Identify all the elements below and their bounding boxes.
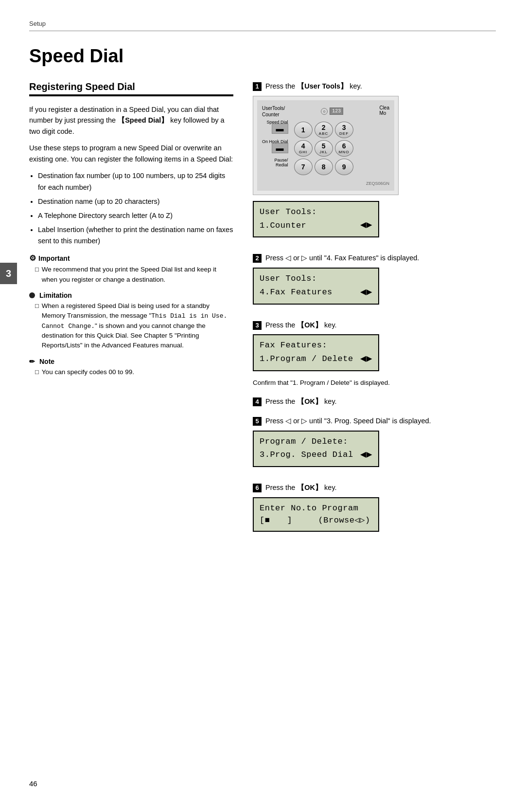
- lcd-step-3: Fax Features: 1.Program / Delete ◀▶: [253, 334, 379, 371]
- important-title: ⚙ Important: [29, 253, 233, 263]
- limitation-body: When a registered Speed Dial is being us…: [29, 301, 233, 351]
- step-6: 6 Press the 【OK】 key. Enter No.to Progra…: [253, 483, 496, 539]
- step-4: 4 Press the 【OK】 key.: [253, 397, 496, 407]
- step-5-label: 5 Press ◁ or ▷ until "3. Prog. Speed Dia…: [253, 416, 496, 427]
- device-top-bar: UserTools/Counter ○ 123 CleaMo: [262, 105, 389, 118]
- confirm-text-3: Confirm that "1. Program / Delete" is di…: [253, 378, 496, 388]
- device-image: UserTools/Counter ○ 123 CleaMo Speed Dia…: [253, 96, 399, 195]
- limitation-icon: [29, 292, 35, 298]
- step-1: 1 Press the 【User Tools】 key. UserTools/…: [253, 81, 496, 244]
- chapter-number: 3: [6, 268, 11, 279]
- important-body: We recommend that you print the Speed Di…: [29, 265, 233, 285]
- key-8: 8: [315, 159, 333, 175]
- step-3-label: 3 Press the 【OK】 key.: [253, 320, 496, 331]
- key-7: 7: [294, 159, 313, 175]
- content-columns: Registering Speed Dial If you register a…: [29, 81, 496, 547]
- lcd-arrow-3: ◀▶: [360, 352, 372, 366]
- left-column: Registering Speed Dial If you register a…: [29, 81, 233, 384]
- bullet-list: Destination fax number (up to 100 number…: [38, 170, 233, 247]
- section-heading: Registering Speed Dial: [29, 81, 233, 96]
- lcd-row-1: User Tools:: [260, 272, 372, 285]
- list-item: Destination fax number (up to 100 number…: [38, 170, 233, 193]
- step-1-label: 1 Press the 【User Tools】 key.: [253, 81, 496, 92]
- mode-box: 123: [330, 108, 343, 115]
- breadcrumb-bar: Setup: [29, 19, 496, 31]
- breadcrumb: Setup: [29, 20, 46, 27]
- key-1: 1: [294, 122, 313, 138]
- step-4-label: 4 Press the 【OK】 key.: [253, 397, 496, 407]
- lcd-row-2: 1.Counter ◀▶: [260, 218, 372, 233]
- step-2: 2 Press ◁ or ▷ until "4. Fax Features" i…: [253, 253, 496, 311]
- step-5-number: 5: [253, 417, 262, 426]
- lcd-row-1: Fax Features:: [260, 339, 372, 352]
- lcd-row-1: User Tools:: [260, 206, 372, 218]
- lcd-row-1: Enter No.to Program: [260, 502, 372, 515]
- lcd-row-2: 3.Prog. Speed Dial ◀▶: [260, 448, 372, 462]
- step-3: 3 Press the 【OK】 key. Fax Features: 1.Pr…: [253, 320, 496, 388]
- step-3-number: 3: [253, 321, 262, 330]
- step-6-number: 6: [253, 484, 262, 492]
- page-number: 46: [29, 779, 37, 788]
- key-4: 4GHI: [294, 140, 313, 157]
- key-3: 3DEF: [335, 122, 353, 138]
- notice-item: We recommend that you print the Speed Di…: [35, 265, 233, 285]
- speed-dial-label: Speed Dial▬: [262, 120, 290, 133]
- pause-label: Pause/Redial: [262, 158, 290, 167]
- lcd-arrow-1: ◀▶: [360, 218, 372, 233]
- key-6: 6MNO: [335, 140, 353, 157]
- device-inner: UserTools/Counter ○ 123 CleaMo Speed Dia…: [257, 100, 394, 191]
- lcd-step-2: User Tools: 4.Fax Features ◀▶: [253, 268, 379, 305]
- notice-item: When a registered Speed Dial is being us…: [35, 301, 233, 351]
- key-5: 5JKL: [315, 140, 333, 157]
- important-box: ⚙ Important We recommend that you print …: [29, 253, 233, 285]
- model-tag: ZEQS06GN: [262, 181, 389, 186]
- lcd-row-1: Program / Delete:: [260, 435, 372, 448]
- mode-circle: ○: [321, 108, 328, 115]
- step-2-label: 2 Press ◁ or ▷ until "4. Fax Features" i…: [253, 253, 496, 264]
- lcd-step-5: Program / Delete: 3.Prog. Speed Dial ◀▶: [253, 431, 379, 468]
- lcd-arrow-5: ◀▶: [360, 448, 372, 462]
- step-6-label: 6 Press the 【OK】 key.: [253, 483, 496, 493]
- limitation-title: Limitation: [29, 291, 233, 299]
- device-side-row: Speed Dial▬ On Hook Dial▬ Pause/Redial 1…: [262, 120, 389, 177]
- step-5: 5 Press ◁ or ▷ until "3. Prog. Speed Dia…: [253, 416, 496, 474]
- lcd-step-6: Enter No.to Program [■ ] (Browse◁▷): [253, 497, 379, 532]
- list-item: Label Insertion (whether to print the de…: [38, 224, 233, 247]
- lcd-row-2: [■ ] (Browse◁▷): [260, 514, 372, 527]
- number-keypad: 1 2ABC 3DEF 4GHI 5JKL 6MNO 7 8 9: [294, 122, 353, 175]
- clear-mode-label: CleaMo: [379, 105, 389, 118]
- lcd-row-2: 4.Fax Features ◀▶: [260, 285, 372, 300]
- chapter-marker: 3: [0, 263, 17, 284]
- important-icon: ⚙: [29, 253, 36, 263]
- note-box: ✏ Note You can specify codes 00 to 99.: [29, 358, 233, 377]
- step-4-number: 4: [253, 397, 262, 406]
- notice-item: You can specify codes 00 to 99.: [35, 367, 233, 377]
- note-title: ✏ Note: [29, 358, 233, 365]
- intro-paragraph: If you register a destination in a Speed…: [29, 104, 233, 137]
- list-item: Destination name (up to 20 characters): [38, 196, 233, 207]
- steps-intro: Use these steps to program a new Speed D…: [29, 143, 233, 164]
- key-9: 9: [335, 159, 353, 175]
- note-icon: ✏: [29, 358, 35, 365]
- lcd-arrow-2: ◀▶: [360, 285, 372, 300]
- lcd-row-2: 1.Program / Delete ◀▶: [260, 352, 372, 366]
- page-container: 3 Setup Speed Dial Registering Speed Dia…: [0, 0, 525, 812]
- list-item: A Telephone Directory search letter (A t…: [38, 210, 233, 221]
- key-2: 2ABC: [315, 122, 333, 138]
- note-body: You can specify codes 00 to 99.: [29, 367, 233, 377]
- page-title: Speed Dial: [29, 46, 496, 67]
- side-labels: Speed Dial▬ On Hook Dial▬ Pause/Redial: [262, 120, 290, 177]
- step-2-number: 2: [253, 254, 262, 263]
- limitation-box: Limitation When a registered Speed Dial …: [29, 291, 233, 351]
- onhook-label: On Hook Dial▬: [262, 139, 290, 153]
- usertools-label: UserTools/Counter: [262, 105, 285, 118]
- mode-indicators: ○ 123: [321, 105, 343, 118]
- right-column: 1 Press the 【User Tools】 key. UserTools/…: [253, 81, 496, 547]
- step-1-number: 1: [253, 82, 262, 91]
- lcd-step-1: User Tools: 1.Counter ◀▶: [253, 201, 379, 238]
